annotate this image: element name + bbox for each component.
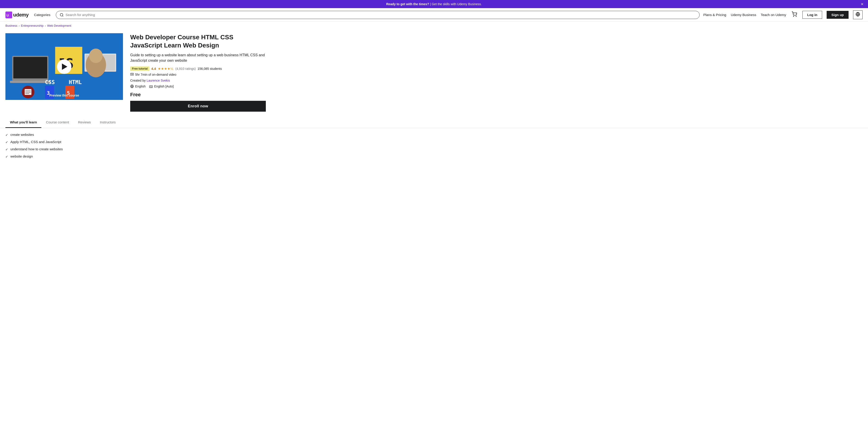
price-label: Free [130,92,266,98]
cart-button[interactable] [791,11,798,19]
enroll-button[interactable]: Enroll now [130,101,266,112]
globe-icon [856,12,860,17]
svg-point-5 [796,16,796,17]
nav-links: Plans & Pricing Udemy Business Teach on … [703,10,863,19]
svg-rect-11 [10,81,51,83]
preview-label: Preview this course [49,94,79,97]
check-icon-2: ✓ [5,148,8,151]
breadcrumb-sep-1: › [19,24,20,27]
udemy-business-link[interactable]: Udemy Business [731,13,756,17]
captions-icon [149,85,153,88]
instructor-link[interactable]: Laurence Svekis [147,79,170,82]
login-button[interactable]: Log in [802,11,822,19]
svg-text:CSS: CSS [45,79,55,86]
check-icon-0: ✓ [5,133,8,137]
video-icon [130,73,134,76]
check-icon-3: ✓ [5,155,8,158]
rating-count: (4,910 ratings) [176,67,196,70]
banner-text: Ready to get with the times? | Get the s… [386,2,482,6]
learn-section: ✓ create websites ✓ Apply HTML, CSS and … [0,128,868,166]
tabs-section: What you'll learn Course content Reviews… [0,117,868,128]
language-row: English English [Auto] [130,85,266,88]
search-input[interactable] [66,13,696,17]
plans-pricing-link[interactable]: Plans & Pricing [703,13,726,17]
main-content: JS CSS HTML 3 5 [0,30,271,115]
course-description: Guide to setting up a website learn abou… [130,53,266,63]
teach-on-udemy-link[interactable]: Teach on Udemy [761,13,786,17]
learn-item-3: ✓ website design [5,154,863,158]
svg-marker-32 [132,74,133,74]
breadcrumb-business[interactable]: Business [5,24,18,27]
check-icon-1: ✓ [5,140,8,144]
globe-small-icon [130,85,134,88]
navbar: U udemy Categories Plans & Pricing Udemy… [0,8,868,22]
svg-text:U: U [6,13,9,17]
svg-rect-10 [13,57,47,79]
language-item: English [130,85,146,88]
captions-item: English [Auto] [149,85,174,88]
student-count: 156,085 students [197,67,222,70]
tab-reviews[interactable]: Reviews [73,117,95,128]
banner-close-button[interactable]: × [861,2,864,6]
svg-line-3 [62,15,63,16]
svg-rect-35 [149,86,152,88]
svg-point-4 [794,16,794,17]
video-duration: 5hr 7min of on-demand video [135,73,176,76]
learn-item-2: ✓ understand how to create websites [5,147,863,151]
learn-text-3: website design [10,154,33,158]
svg-point-25 [89,49,103,63]
course-thumbnail[interactable]: JS CSS HTML 3 5 [5,33,123,100]
tab-course-content[interactable]: Course content [41,117,73,128]
svg-text:HTML: HTML [69,79,82,86]
play-button[interactable] [57,59,71,74]
tab-instructors[interactable]: Instructors [95,117,120,128]
language-label: English [135,85,146,88]
learn-text-1: Apply HTML, CSS and JavaScript [10,140,61,144]
created-by: Created by Laurence Svekis [130,79,266,82]
svg-point-2 [60,13,63,16]
captions-label: English [Auto] [154,85,174,88]
course-info: Web Developer Course HTML CSS JavaScript… [130,33,266,112]
tab-what-youll-learn[interactable]: What you'll learn [5,117,41,128]
learn-item-1: ✓ Apply HTML, CSS and JavaScript [5,140,863,144]
play-triangle-icon [62,63,67,70]
search-icon [60,13,64,17]
learn-text-0: create websites [10,133,34,136]
promo-banner: Ready to get with the times? | Get the s… [0,0,868,8]
free-tutorial-badge: Free tutorial [130,66,149,71]
categories-button[interactable]: Categories [32,13,52,17]
stars: ★★★★½ [158,67,174,71]
learn-item-0: ✓ create websites [5,133,863,137]
language-button[interactable] [853,10,863,19]
learn-text-2: understand how to create websites [10,147,63,151]
course-title: Web Developer Course HTML CSS JavaScript… [130,33,266,50]
search-bar [56,11,700,19]
breadcrumb-sep-2: › [45,24,46,27]
tabs: What you'll learn Course content Reviews… [5,117,863,128]
video-info: 5hr 7min of on-demand video [130,73,266,76]
breadcrumb-entrepreneurship[interactable]: Entrepreneurship [21,24,43,27]
rating-row: Free tutorial 4.4 ★★★★½ (4,910 ratings) … [130,66,266,71]
udemy-logo-icon: U [5,11,12,18]
breadcrumb-current: Web Development [47,24,71,27]
rating-score: 4.4 [151,67,156,70]
logo[interactable]: U udemy [5,11,29,18]
cart-icon [792,11,797,17]
signup-button[interactable]: Sign up [827,11,848,19]
breadcrumb: Business › Entrepreneurship › Web Develo… [0,22,868,30]
